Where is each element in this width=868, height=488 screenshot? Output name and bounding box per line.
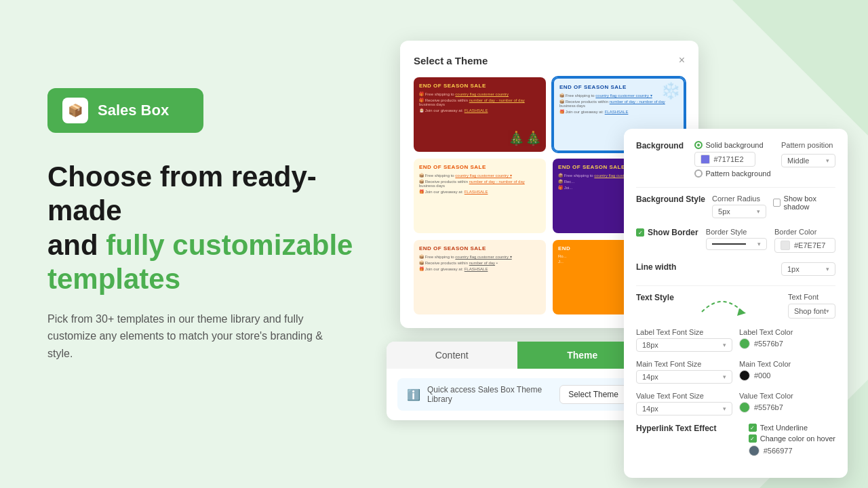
logo-text: Sales Box — [98, 102, 169, 119]
right-section: Select a Theme × END OF SEASON SALE 🎁 Fr… — [387, 20, 848, 474]
svg-marker-0 — [737, 308, 746, 316]
border-style-select[interactable]: ▾ — [706, 238, 767, 250]
main-color-dot[interactable] — [739, 370, 750, 381]
hero-line1: Choose from ready-made — [47, 161, 317, 226]
bg-style-row: Background Style Corner Radius 5px ▾ Sho… — [636, 195, 835, 218]
theme-modal-header: Select a Theme × — [414, 54, 685, 66]
tc5-title: END OF SEASON SALE — [419, 245, 540, 251]
label-color-row: #5576b7 — [739, 338, 835, 349]
info-icon: ℹ️ — [407, 388, 420, 401]
main-color-row: #000 — [739, 370, 835, 381]
tabs-body: ℹ️ Quick access Sales Box Theme Library … — [387, 369, 648, 420]
pattern-position-label: Pattern position — [781, 141, 835, 149]
color-preview[interactable]: #7171E2 — [694, 152, 755, 167]
line-width-select[interactable]: 1px ▾ — [781, 262, 835, 276]
show-border-checkbox[interactable]: ✓ Show Border — [636, 228, 698, 237]
main-font-size-select[interactable]: 14px ▾ — [636, 370, 732, 384]
hyperlink-label: Hyperlink Text Effect — [636, 424, 716, 433]
divider-1 — [636, 187, 835, 188]
main-font-row: Main Text Font Size 14px ▾ Main Text Col… — [636, 360, 835, 384]
value-color-row: #5576b7 — [739, 402, 835, 413]
hero-line3: templates — [47, 263, 180, 295]
pattern-position-select[interactable]: Middle ▾ — [781, 154, 835, 167]
value-color-dot[interactable] — [739, 402, 750, 413]
tc1-decoration: 🎄🎄 — [508, 130, 542, 146]
show-box-shadow-checkbox[interactable]: Show box shadow — [773, 195, 835, 211]
select-theme-button[interactable]: Select Theme — [559, 385, 627, 404]
hero-subtext: Pick from 30+ templates in our theme lib… — [47, 310, 332, 363]
value-font-size-select[interactable]: 14px ▾ — [636, 402, 732, 415]
hover-color-dot[interactable] — [749, 445, 760, 456]
info-text: Quick access Sales Box Theme Library — [427, 385, 553, 404]
tabs-header: Content Theme — [387, 342, 648, 369]
border-style-label: Border Style — [706, 228, 767, 236]
tab-content[interactable]: Content — [387, 342, 517, 369]
tabs-panel: Content Theme ℹ️ Quick access Sales Box … — [387, 342, 648, 420]
theme-card-1[interactable]: END OF SEASON SALE 🎁 Free shipping to co… — [414, 77, 546, 152]
border-color-swatch — [781, 241, 790, 250]
theme-modal-title: Select a Theme — [414, 55, 488, 66]
label-text-color-label: Label Text Color — [739, 328, 835, 336]
dashed-arrow — [695, 285, 749, 339]
hero-line2-green: fully customizable — [106, 229, 353, 261]
change-color-hover-checkbox[interactable]: ✓ Change color on hover — [749, 434, 835, 443]
color-hover-check[interactable]: ✓ — [749, 434, 757, 443]
info-row: ℹ️ Quick access Sales Box Theme Library … — [397, 378, 637, 411]
line-width-row: Line width 1px ▾ — [636, 262, 835, 276]
tc2-decoration: ❄️ — [660, 81, 681, 100]
hero-heading: Choose from ready-made and fully customi… — [47, 160, 373, 297]
solid-bg-radio[interactable] — [694, 141, 703, 149]
hyperlink-row: Hyperlink Text Effect ✓ Text Underline ✓… — [636, 424, 835, 456]
pattern-bg-option[interactable]: Pattern background — [694, 169, 771, 178]
value-font-row: Value Text Font Size 14px ▾ Value Text C… — [636, 392, 835, 415]
value-font-size-label: Value Text Font Size — [636, 392, 732, 400]
background-label: Background — [636, 141, 684, 150]
text-style-label: Text Style — [636, 293, 674, 302]
border-row: ✓ Show Border Border Style ▾ Border Colo… — [636, 228, 835, 253]
text-font-label: Text Font — [788, 293, 835, 301]
pattern-bg-radio[interactable] — [694, 169, 703, 178]
label-font-size-select[interactable]: 18px ▾ — [636, 338, 732, 352]
corner-radius-label: Corner Radius — [712, 195, 766, 203]
border-color-preview[interactable]: #E7E7E7 — [774, 238, 835, 253]
background-row: Background Solid background #7171E2 Patt… — [636, 141, 835, 178]
line-width-label: Line width — [636, 262, 676, 272]
border-color-label: Border Color — [774, 228, 835, 236]
label-color-dot[interactable] — [739, 338, 750, 349]
hover-color-row: #566977 — [749, 445, 835, 456]
text-underline-checkbox[interactable]: ✓ Text Underline — [749, 424, 835, 432]
bg-style-label: Background Style — [636, 195, 705, 204]
hero-line2-prefix: and — [47, 229, 106, 261]
theme-card-5[interactable]: END OF SEASON SALE 📦 Free shipping to co… — [414, 240, 546, 314]
main-text-color-label: Main Text Color — [739, 360, 835, 368]
box-shadow-check[interactable] — [773, 199, 781, 207]
solid-bg-option[interactable]: Solid background — [694, 141, 771, 149]
corner-radius-select[interactable]: 5px ▾ — [712, 205, 766, 218]
logo-box: 📦 Sales Box — [47, 88, 203, 133]
color-swatch — [701, 155, 710, 164]
tc1-title: END OF SEASON SALE — [419, 83, 540, 89]
logo-icon: 📦 — [62, 98, 88, 123]
left-section: 📦 Sales Box Choose from ready-made and f… — [47, 88, 373, 362]
text-underline-check[interactable]: ✓ — [749, 424, 757, 432]
main-font-size-label: Main Text Font Size — [636, 360, 732, 368]
theme-card-3[interactable]: END OF SEASON SALE 📦 Free shipping to co… — [414, 159, 546, 233]
tc3-title: END OF SEASON SALE — [419, 164, 540, 170]
text-font-select[interactable]: Shop font ▾ — [788, 304, 835, 319]
close-button[interactable]: × — [679, 54, 685, 66]
value-text-color-label: Value Text Color — [739, 392, 835, 400]
show-border-check[interactable]: ✓ — [636, 228, 644, 237]
box-icon: 📦 — [68, 103, 83, 118]
